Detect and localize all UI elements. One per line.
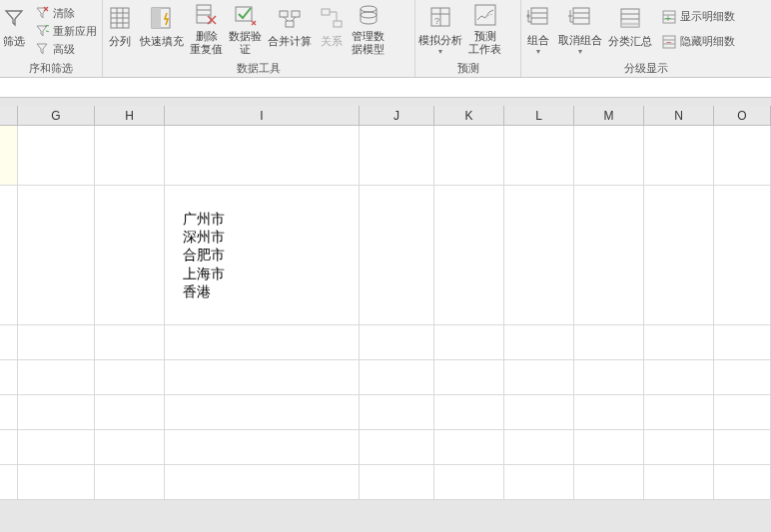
filter-button[interactable]: 筛选 [0,2,28,56]
cell[interactable] [0,465,18,500]
cell[interactable] [95,126,165,186]
cell[interactable] [18,325,95,360]
cell[interactable] [434,126,504,186]
filter-options: 清除 重新应用 高级 [28,2,103,56]
cell[interactable] [95,395,165,430]
cell[interactable] [434,430,504,465]
reapply-filter[interactable]: 重新应用 [32,22,99,40]
forecast-sheet-button[interactable]: 预测 工作表 [465,2,504,56]
data-validation-button[interactable]: 数据验 证 [226,2,265,56]
cell[interactable] [165,465,360,500]
cell[interactable] [504,325,574,360]
col-header-G[interactable]: G [18,106,95,126]
cell[interactable] [504,360,574,395]
cell[interactable] [18,465,95,500]
whatif-button[interactable]: ? 模拟分析 ▾ [415,2,465,56]
cell[interactable] [360,360,434,395]
cell[interactable] [18,395,95,430]
ungroup-button[interactable]: 取消组合 ▾ [555,2,605,56]
cell[interactable] [18,360,95,395]
cell[interactable] [504,465,574,500]
cell[interactable] [504,126,574,186]
cell[interactable] [714,360,771,395]
cell[interactable] [714,126,771,186]
cell[interactable] [644,395,714,430]
cell[interactable] [714,395,771,430]
col-header-L[interactable]: L [504,106,574,126]
cell[interactable] [95,430,165,465]
col-header-J[interactable]: J [360,106,434,126]
show-detail[interactable]: + 显示明细数 [659,8,737,26]
cell[interactable] [165,360,360,395]
cell[interactable] [574,325,644,360]
cell[interactable] [0,325,18,360]
cell[interactable] [360,430,434,465]
text-to-columns-button[interactable]: 分列 [103,2,137,56]
cell[interactable] [434,395,504,430]
cell[interactable] [574,430,644,465]
cell[interactable] [434,360,504,395]
cell[interactable] [165,395,360,430]
cell[interactable] [644,465,714,500]
group-button[interactable]: 组合 ▾ [521,2,555,56]
cell[interactable] [95,360,165,395]
cell[interactable] [360,186,434,325]
subtotal-button[interactable]: 分类汇总 [605,2,655,56]
flash-fill-button[interactable]: 快速填充 [137,2,187,56]
cell[interactable] [18,430,95,465]
cell[interactable] [165,430,360,465]
cell[interactable] [95,186,165,325]
cell[interactable] [434,325,504,360]
cell[interactable] [574,360,644,395]
col-header-K[interactable]: K [434,106,504,126]
cell[interactable] [360,465,434,500]
cell[interactable] [644,325,714,360]
cell-lead[interactable] [0,126,18,186]
cell[interactable] [0,186,18,325]
cell[interactable] [574,395,644,430]
hide-detail[interactable]: − 隐藏明细数 [659,33,737,51]
col-header-M[interactable]: M [574,106,644,126]
cell[interactable] [574,186,644,325]
cell[interactable] [0,430,18,465]
cell[interactable] [360,395,434,430]
cell[interactable] [434,465,504,500]
cell[interactable] [574,126,644,186]
col-header-N[interactable]: N [644,106,714,126]
table-row [0,430,771,465]
cell-cities[interactable]: 广州市 深州市 合肥市 上海市 香港 [165,186,360,325]
advanced-filter[interactable]: 高级 [32,40,99,58]
remove-duplicates-button[interactable]: 删除 重复值 [187,2,226,56]
cell[interactable] [18,126,95,186]
consolidate-button[interactable]: 合并计算 [265,2,315,56]
relationships-button[interactable]: 关系 [315,2,349,56]
cell[interactable] [95,465,165,500]
clear-filter[interactable]: 清除 [32,4,99,22]
cell[interactable] [504,430,574,465]
cell[interactable] [0,395,18,430]
cell[interactable] [165,126,360,186]
formula-bar[interactable] [0,78,771,98]
cell[interactable] [644,360,714,395]
cell[interactable] [714,465,771,500]
cell[interactable] [165,325,360,360]
cell[interactable] [574,465,644,500]
cell[interactable] [18,186,95,325]
cell[interactable] [360,325,434,360]
cell[interactable] [714,186,771,325]
col-header-O[interactable]: O [714,106,771,126]
cell[interactable] [714,325,771,360]
cell[interactable] [95,325,165,360]
cell[interactable] [644,430,714,465]
col-header-I[interactable]: I [165,106,360,126]
cell[interactable] [434,186,504,325]
cell[interactable] [360,126,434,186]
cell[interactable] [714,430,771,465]
col-header-H[interactable]: H [95,106,165,126]
manage-model-button[interactable]: 管理数 据模型 [349,2,387,56]
cell[interactable] [504,186,574,325]
cell[interactable] [644,186,714,325]
cell[interactable] [504,395,574,430]
cell[interactable] [644,126,714,186]
cell[interactable] [0,360,18,395]
